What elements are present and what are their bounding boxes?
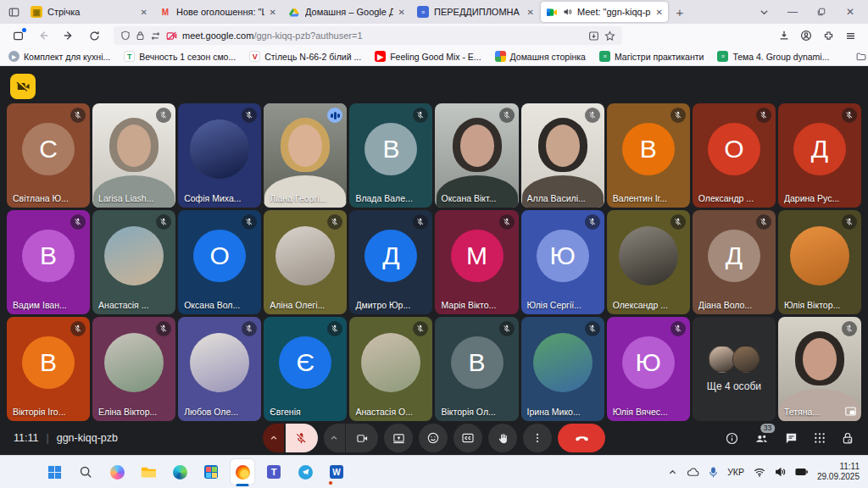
chat-panel-icon[interactable] [784, 431, 798, 446]
participant-tile[interactable]: Софія Миха... [178, 103, 261, 208]
address-bar[interactable]: meet.google.com/ggn-kiqq-pzb?authuser=1 [114, 26, 622, 45]
bookmark-item[interactable]: ▸Комплект для кухні... [8, 51, 110, 62]
extensions-icon[interactable] [817, 25, 839, 46]
participant-tile[interactable]: ВВалентин Іг... [607, 103, 690, 208]
participant-tile[interactable]: Ірина Мико... [521, 317, 604, 421]
tray-chevron-icon[interactable] [668, 468, 677, 477]
bookmark-item[interactable]: TВечность 1 сезон смо... [124, 51, 236, 62]
taskbar-firefox-icon[interactable] [231, 459, 254, 485]
activities-icon[interactable] [813, 431, 826, 445]
captions-button[interactable] [453, 424, 482, 452]
participant-tile[interactable]: Анастасія ... [92, 210, 175, 314]
participant-tile[interactable]: Анастасія О... [349, 317, 432, 421]
participant-tile[interactable]: ВВлада Вале... [349, 103, 432, 208]
host-controls-icon[interactable] [841, 431, 854, 446]
participant-tile[interactable]: ЄЄвгенія [264, 317, 347, 421]
participant-tile[interactable]: ДДіана Воло... [693, 210, 776, 314]
participant-tile[interactable]: Олександр ... [607, 210, 690, 314]
participant-tile[interactable]: ВВікторія Іго... [7, 317, 90, 421]
bookmark-item[interactable]: ▶Feeling Good Mix - E... [375, 51, 481, 62]
downloads-icon[interactable] [773, 25, 795, 46]
taskbar-word-icon[interactable]: W [325, 459, 348, 485]
participant-tile[interactable]: Тетяна... [778, 317, 861, 421]
browser-tab[interactable]: Домашня – Google Диск✕ [283, 2, 410, 22]
browser-tab[interactable]: MНове оголошення: "Шановні з✕ [154, 2, 281, 22]
participant-tile[interactable]: Юлія Віктор... [778, 210, 861, 314]
tab-close-icon[interactable]: ✕ [270, 8, 276, 17]
taskbar-copilot-icon[interactable] [105, 459, 129, 485]
reload-button[interactable] [83, 25, 105, 46]
volume-icon[interactable] [775, 467, 786, 477]
taskbar-edge-icon[interactable] [168, 459, 192, 485]
taskbar-clock[interactable]: 11:11 29.09.2025 [817, 462, 860, 483]
browser-tab[interactable]: ≡ПЕРЕДДИПЛОМНА ПРАКТИКА✕ [412, 2, 539, 22]
browser-tab[interactable]: Meet: "ggn-kiqq-pzb"✕ [541, 2, 668, 22]
bookmark-item[interactable]: VСтілець N-66-2 білий ... [249, 51, 361, 62]
tab-close-icon[interactable]: ✕ [398, 8, 405, 17]
participant-tile[interactable]: ЮЮлія Вячес... [607, 317, 690, 421]
forward-button[interactable] [58, 25, 80, 46]
participant-tile[interactable]: Ліана Георгі... [264, 103, 347, 208]
lock-icon[interactable] [136, 30, 145, 41]
meeting-details-icon[interactable] [725, 431, 739, 446]
taskbar-telegram-icon[interactable] [293, 459, 317, 485]
wifi-icon[interactable] [754, 468, 765, 477]
permissions-icon[interactable] [150, 31, 161, 41]
reactions-button[interactable] [419, 424, 448, 452]
participant-tile[interactable]: ЮЮлія Сергії... [521, 210, 604, 314]
language-indicator[interactable]: УКР [727, 467, 744, 477]
taskbar-search-icon[interactable] [74, 459, 97, 485]
back-button[interactable] [32, 25, 54, 46]
participant-tile[interactable]: Larisa Liash... [92, 103, 175, 208]
camera-blocked-toast-icon[interactable] [10, 74, 36, 99]
participant-tile[interactable]: Любов Оле... [178, 317, 261, 421]
mic-in-use-icon[interactable] [709, 467, 718, 478]
browser-tab[interactable]: ▣Стрічка✕ [25, 2, 153, 22]
close-window-button[interactable]: ✕ [836, 1, 865, 23]
participant-tile[interactable]: ООксана Вол... [178, 210, 261, 314]
more-options-button[interactable] [523, 424, 552, 452]
mic-options-chevron[interactable] [263, 424, 284, 452]
camera-options-chevron[interactable] [324, 424, 345, 452]
firefox-view-icon[interactable] [3, 3, 24, 21]
tab-close-icon[interactable]: ✕ [656, 8, 663, 17]
taskbar-teams-icon[interactable]: T [262, 459, 286, 485]
participant-tile[interactable]: Оксана Вікт... [435, 103, 518, 208]
taskbar-explorer-icon[interactable] [136, 459, 160, 485]
participant-tile[interactable]: Аліна Олегі... [264, 210, 347, 314]
bookmark-star-icon[interactable] [604, 30, 615, 42]
list-all-tabs-icon[interactable] [749, 1, 778, 23]
participant-tile[interactable]: Алла Василі... [521, 103, 604, 208]
participant-tile[interactable]: ВВадим Іван... [7, 210, 90, 314]
tab-close-icon[interactable]: ✕ [527, 8, 534, 17]
more-people-tile[interactable]: Ще 4 особи [693, 317, 776, 421]
participant-tile[interactable]: ДДарина Рус... [778, 103, 861, 208]
participant-tile[interactable]: ДДмитро Юр... [349, 210, 432, 314]
raise-hand-button[interactable] [488, 424, 517, 452]
menu-icon[interactable] [839, 25, 861, 46]
present-screen-button[interactable] [384, 424, 413, 452]
other-bookmarks-folder[interactable]: Інші закладки [856, 52, 868, 62]
onedrive-icon[interactable] [687, 468, 699, 477]
participant-tile[interactable]: ВВікторія Ол... [435, 317, 518, 421]
tab-audio-icon[interactable] [563, 8, 572, 16]
taskbar-start-icon[interactable] [42, 459, 66, 485]
account-profile-icon[interactable] [795, 25, 817, 46]
taskbar-store-icon[interactable] [199, 459, 223, 485]
picture-in-picture-icon[interactable] [845, 407, 856, 416]
save-page-icon[interactable] [588, 30, 599, 42]
tab-close-icon[interactable]: ✕ [141, 8, 147, 17]
bookmark-item[interactable]: ≡Магістри практиканти [599, 51, 704, 62]
participant-tile[interactable]: ООлександр ... [693, 103, 776, 208]
maximize-button[interactable] [807, 1, 836, 23]
camera-blocked-icon[interactable] [166, 31, 177, 41]
mic-muted-button[interactable] [286, 424, 318, 452]
participant-tile[interactable]: ССвітлана Ю... [7, 103, 90, 208]
minimize-button[interactable]: — [778, 1, 807, 23]
bookmark-item[interactable]: ≡Тема 4. Group dynami... [717, 51, 829, 62]
participant-tile[interactable]: Еліна Віктор... [92, 317, 175, 421]
battery-icon[interactable] [795, 468, 808, 476]
tracking-shield-icon[interactable] [120, 30, 131, 41]
participant-tile[interactable]: ММарія Вікто... [435, 210, 518, 314]
people-panel-icon[interactable]: 33 [754, 431, 770, 446]
